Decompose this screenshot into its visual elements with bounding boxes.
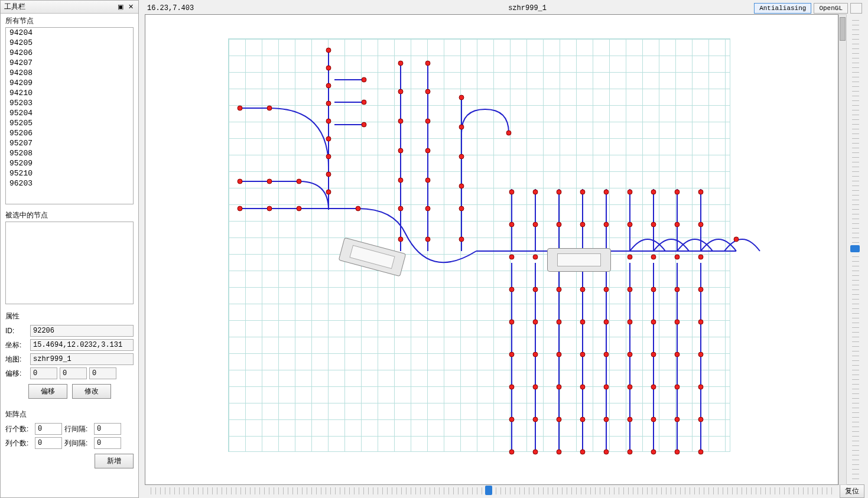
zoom-slider-vertical[interactable] <box>852 20 859 479</box>
svg-point-90 <box>326 154 331 159</box>
all-nodes-label: 所有节点 <box>1 14 138 27</box>
svg-point-8 <box>509 450 514 454</box>
svg-point-96 <box>238 179 242 184</box>
svg-point-51 <box>628 385 632 389</box>
list-item[interactable]: 95207 <box>6 138 133 148</box>
dock-icon[interactable]: ▣ <box>116 3 125 11</box>
col-gap-label: 列间隔: <box>64 438 92 448</box>
list-item[interactable]: 94210 <box>6 88 133 98</box>
svg-point-42 <box>604 385 609 389</box>
list-item[interactable]: 94207 <box>6 58 133 68</box>
list-item[interactable]: 94204 <box>6 28 133 38</box>
svg-point-3 <box>509 287 514 292</box>
offset-button[interactable]: 偏移 <box>28 384 67 399</box>
svg-point-60 <box>651 385 656 389</box>
vertical-scrollbar[interactable] <box>838 14 847 485</box>
svg-point-74 <box>698 255 703 259</box>
svg-point-123 <box>506 131 511 135</box>
svg-point-108 <box>398 206 403 211</box>
opengl-button[interactable]: OpenGL <box>814 3 848 14</box>
list-item[interactable]: 96203 <box>6 178 133 188</box>
col-count-field[interactable] <box>35 437 62 449</box>
list-item[interactable]: 94206 <box>6 48 133 58</box>
list-item[interactable]: 95210 <box>6 168 133 178</box>
svg-point-113 <box>425 148 430 153</box>
offset-y-field[interactable] <box>60 367 87 379</box>
node-list[interactable]: 9420494205942069420794208942099421095203… <box>5 27 134 204</box>
col-gap-field[interactable] <box>94 437 121 449</box>
svg-point-92 <box>326 190 331 194</box>
svg-point-32 <box>580 352 585 357</box>
reset-button[interactable]: 复位 <box>840 484 864 498</box>
svg-point-15 <box>533 385 538 389</box>
svg-point-46 <box>628 222 632 227</box>
list-item[interactable]: 95208 <box>6 148 133 158</box>
row-gap-field[interactable] <box>94 423 121 435</box>
svg-point-68 <box>675 352 680 357</box>
row-count-field[interactable] <box>35 423 62 435</box>
svg-point-117 <box>459 95 464 100</box>
svg-point-82 <box>238 106 242 110</box>
map-canvas[interactable] <box>145 14 838 485</box>
main-area: 16.23,7.403 szhr999_1 Antialiasing OpenG… <box>139 0 868 498</box>
svg-point-44 <box>604 450 609 454</box>
svg-point-52 <box>628 417 632 422</box>
list-item[interactable]: 95209 <box>6 158 133 168</box>
svg-point-56 <box>651 255 656 259</box>
list-item[interactable]: 95204 <box>6 108 133 118</box>
map-field[interactable] <box>30 353 134 365</box>
map-label: 地图: <box>5 354 28 364</box>
svg-point-114 <box>425 178 430 183</box>
id-field[interactable] <box>30 325 134 337</box>
coord-label: 坐标: <box>5 340 28 350</box>
cursor-coord: 16.23,7.403 <box>147 4 301 12</box>
svg-point-88 <box>326 119 331 123</box>
svg-point-112 <box>425 119 430 123</box>
modify-button[interactable]: 修改 <box>72 384 111 399</box>
svg-point-94 <box>362 100 366 105</box>
svg-point-95 <box>362 122 366 127</box>
svg-point-100 <box>267 206 272 211</box>
offset-z-field[interactable] <box>89 367 116 379</box>
svg-point-19 <box>557 222 561 227</box>
toolbar-panel: 工具栏 ▣ ✕ 所有节点 942049420594206942079420894… <box>0 0 139 498</box>
coord-field[interactable] <box>30 339 134 351</box>
svg-point-120 <box>459 184 464 188</box>
empty-toggle-button[interactable] <box>850 3 862 14</box>
svg-point-75 <box>698 287 703 292</box>
list-item[interactable]: 94205 <box>6 38 133 48</box>
matrix-section: 行个数: 行间隔: 列个数: 列间隔: 新增 <box>5 421 134 473</box>
col-count-label: 列个数: <box>5 438 32 448</box>
svg-point-59 <box>651 352 656 357</box>
close-icon[interactable]: ✕ <box>127 3 135 11</box>
svg-point-55 <box>651 222 656 227</box>
svg-point-36 <box>604 190 609 194</box>
svg-point-53 <box>628 450 632 454</box>
svg-point-12 <box>533 287 538 292</box>
list-item[interactable]: 94209 <box>6 78 133 88</box>
svg-point-45 <box>628 190 632 194</box>
list-item[interactable]: 95203 <box>6 98 133 108</box>
svg-point-77 <box>698 352 703 357</box>
list-item[interactable]: 94208 <box>6 68 133 78</box>
svg-point-111 <box>425 89 430 94</box>
svg-point-13 <box>533 320 538 324</box>
offset-x-field[interactable] <box>30 367 57 379</box>
antialiasing-button[interactable]: Antialiasing <box>754 3 811 14</box>
zoom-slider-horizontal[interactable] <box>151 487 834 494</box>
svg-point-89 <box>326 136 331 141</box>
svg-point-5 <box>509 352 514 357</box>
svg-point-26 <box>557 450 561 454</box>
svg-point-40 <box>604 320 609 324</box>
add-button[interactable]: 新增 <box>95 454 134 468</box>
svg-point-87 <box>326 101 331 106</box>
svg-point-72 <box>698 190 703 194</box>
svg-point-34 <box>580 417 585 422</box>
list-item[interactable]: 95206 <box>6 128 133 138</box>
svg-point-16 <box>533 417 538 422</box>
svg-point-78 <box>698 385 703 389</box>
path-overlay <box>145 15 838 484</box>
selected-list[interactable] <box>5 222 134 304</box>
list-item[interactable]: 95205 <box>6 118 133 128</box>
svg-point-97 <box>267 179 272 184</box>
